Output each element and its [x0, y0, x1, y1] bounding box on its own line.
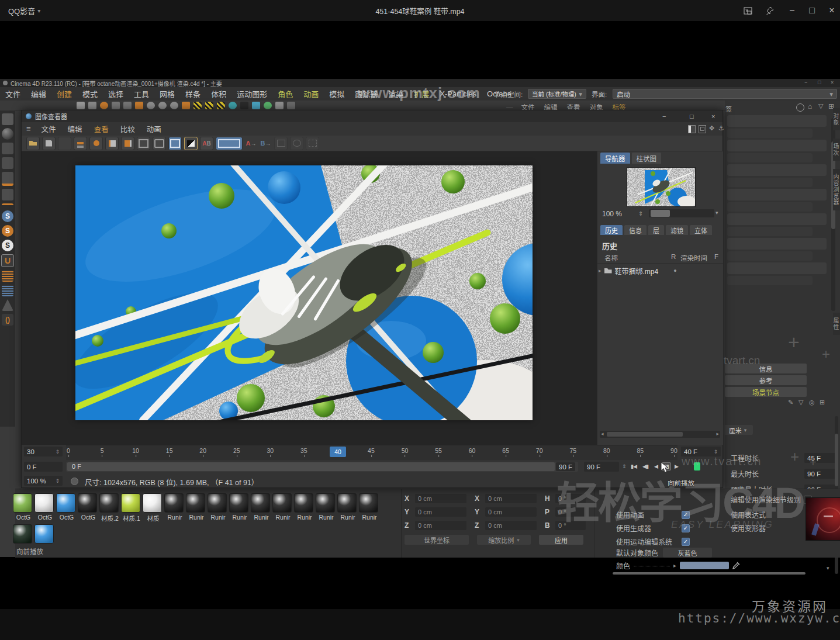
set-a-icon[interactable]: A→ [245, 137, 257, 150]
brackets-icon[interactable]: () [2, 314, 13, 326]
node-space-select[interactable]: 当前 (标准/物理) ▾ [528, 89, 586, 99]
play-forward-button[interactable]: ▶ [675, 463, 678, 469]
attribute-button[interactable]: 信息 [725, 364, 807, 373]
swap-ab-icon[interactable] [184, 137, 198, 150]
c4d-menu-item[interactable]: 模式 [77, 88, 103, 99]
material-item[interactable]: Runir [229, 493, 251, 523]
current-frame-field[interactable]: 0 F [24, 462, 63, 472]
material-item[interactable]: Runir [164, 493, 186, 523]
pin-button[interactable] [760, 0, 780, 21]
attribute-button[interactable]: 场景节点 [725, 387, 807, 397]
play-backward-button[interactable]: ◀ [654, 463, 658, 469]
pv-panel-tab[interactable]: 层 [648, 225, 664, 235]
material-item[interactable] [34, 524, 56, 544]
rotation-field[interactable]: 0 ° [555, 507, 586, 517]
material-item[interactable]: Runir [359, 493, 381, 523]
edge-mode-icon[interactable] [2, 172, 13, 186]
end-frame-field[interactable]: 40 F ⇕ [681, 447, 721, 456]
search-icon[interactable] [796, 103, 804, 112]
expander-icon[interactable]: ▸ [673, 562, 676, 569]
point-mode-icon[interactable] [2, 157, 13, 169]
move-tool-icon[interactable] [112, 102, 120, 109]
navigator-thumbnail[interactable] [627, 167, 696, 207]
dock-tab-bottom[interactable]: 属性 [833, 313, 840, 335]
material-item[interactable]: OctG [34, 493, 56, 523]
pv-close-button[interactable]: × [711, 113, 715, 120]
view-zoom-field[interactable]: 100 % ⇕ [24, 476, 63, 486]
material-item[interactable]: Runir [316, 493, 337, 523]
nav-zoom-slider[interactable] [649, 209, 714, 217]
go-to-start-button[interactable]: ▮◀ [631, 463, 637, 469]
layer-up-icon[interactable] [74, 137, 87, 150]
range-end-field[interactable]: 90 F [584, 462, 619, 472]
edit-icon[interactable]: ✎ [788, 399, 793, 406]
column-name[interactable]: 名称 [604, 253, 618, 262]
material-item[interactable]: Runir [186, 493, 208, 523]
fps-field[interactable]: 30 ⇕ [24, 447, 63, 456]
option-checkbox[interactable]: ✓ [682, 524, 690, 532]
position-field[interactable]: 0 cm [415, 521, 466, 530]
pv-menu-item[interactable]: 查看 [88, 123, 115, 134]
paste-page-icon[interactable] [121, 137, 134, 150]
mini-mode-button[interactable] [738, 0, 758, 21]
render-icon[interactable] [158, 102, 167, 109]
frame-b-icon[interactable] [153, 137, 166, 150]
expander-icon[interactable]: ▸ [599, 268, 602, 274]
filter-icon[interactable]: ▽ [798, 399, 803, 406]
size-field[interactable]: 0 cm [485, 521, 537, 530]
layout-icon[interactable]: ⊞ [820, 399, 825, 406]
close-button[interactable]: × [822, 0, 840, 21]
model-mode-icon[interactable] [2, 113, 13, 125]
column-r[interactable]: R [671, 253, 676, 260]
menu-icon[interactable]: ≡ [22, 124, 36, 133]
object-list[interactable] [725, 113, 830, 287]
c4d-maximize-icon[interactable]: □ [818, 79, 821, 85]
filter-icon[interactable]: ▽ [818, 102, 823, 110]
c4d-menu-item[interactable]: 工具 [129, 88, 154, 99]
anchor-panel-icon[interactable]: ⚓ [718, 124, 724, 132]
ab-red-icon[interactable]: AB [200, 137, 213, 150]
c4d-menu-item[interactable]: 创建 [51, 88, 77, 99]
material-item[interactable]: Runir [272, 493, 294, 523]
material-item[interactable]: OctG [13, 493, 34, 523]
rotation-field[interactable]: 0 ° [555, 521, 586, 530]
pv-panel-tab[interactable]: 滤镜 [666, 225, 688, 235]
snap-s-orange-icon[interactable]: S [2, 225, 13, 237]
dock-tab[interactable]: 场次 [833, 139, 840, 161]
c4d-menu-item[interactable]: 动画 [298, 88, 324, 99]
undo-icon[interactable] [77, 102, 85, 109]
spinner-icon[interactable]: ⇕ [622, 463, 627, 469]
option-checkbox[interactable]: ✓ [682, 511, 690, 519]
color-swatch[interactable] [680, 562, 729, 569]
pv-minimize-button[interactable]: − [662, 113, 666, 120]
render-view-icon[interactable] [147, 102, 155, 109]
position-field[interactable]: 0 cm [415, 507, 466, 517]
pv-menu-item[interactable]: 编辑 [62, 123, 88, 134]
c4d-minimize-icon[interactable]: − [804, 79, 807, 85]
material-item[interactable]: 材质 [143, 493, 164, 523]
playhead[interactable]: 40 [330, 447, 346, 457]
dock-tab[interactable]: 内容浏览器 [833, 169, 840, 210]
volume-icon[interactable] [229, 102, 237, 109]
material-item[interactable]: Runir [294, 493, 316, 523]
target-icon[interactable]: ◎ [809, 399, 815, 406]
size-field[interactable]: 0 cm [485, 507, 537, 517]
field-icon[interactable] [217, 102, 225, 109]
environment-icon[interactable] [264, 102, 272, 109]
column-render-time[interactable]: 渲染时间 [680, 253, 707, 262]
options-scrollbar[interactable] [613, 572, 806, 575]
fit-view-button[interactable] [71, 478, 78, 485]
copy-page-icon[interactable] [105, 137, 119, 150]
unit-select[interactable]: 厘米 ▾ [723, 425, 753, 435]
chevron-down-icon[interactable]: ▾ [827, 565, 829, 571]
panel-toggle-left-icon[interactable] [688, 125, 696, 133]
nav-zoom-value[interactable]: 100 % [602, 210, 622, 218]
chevron-down-icon[interactable]: ▾ [715, 210, 718, 216]
c4d-menu-item[interactable]: 网格 [154, 88, 180, 99]
material-item[interactable]: OctG [56, 493, 78, 523]
c4d-menu-item[interactable]: 角色 [272, 88, 298, 99]
column-f[interactable]: F [714, 253, 718, 260]
panel-toggle-right-icon[interactable] [699, 125, 706, 133]
option-checkbox[interactable]: ✓ [682, 538, 690, 546]
c4d-menu-item[interactable]: 跟踪器 [350, 88, 383, 99]
